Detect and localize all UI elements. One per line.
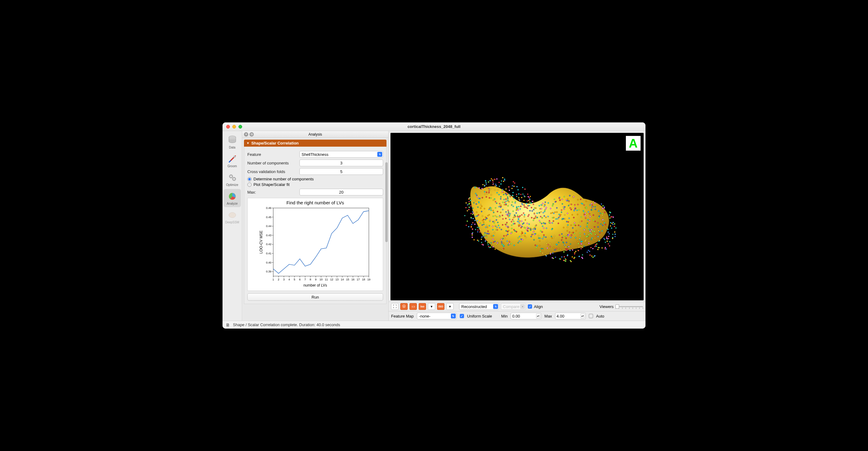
svg-point-858 bbox=[512, 195, 513, 196]
svg-point-125 bbox=[578, 243, 579, 244]
svg-point-924 bbox=[578, 256, 580, 257]
svg-point-557 bbox=[521, 227, 522, 228]
svg-point-409 bbox=[567, 198, 568, 200]
record-icon[interactable]: ⦿ bbox=[400, 303, 408, 310]
uniform-scale-checkbox[interactable]: ✓ bbox=[460, 314, 464, 318]
svg-point-846 bbox=[606, 249, 607, 250]
svg-point-625 bbox=[481, 205, 482, 207]
svg-point-841 bbox=[550, 252, 551, 253]
svg-point-875 bbox=[597, 222, 598, 223]
radio-determine-components[interactable]: Determine number of components bbox=[247, 177, 383, 181]
featuremap-select[interactable]: -none- ⇅ bbox=[417, 313, 457, 319]
svg-text:0.43: 0.43 bbox=[266, 234, 272, 237]
svg-point-176 bbox=[495, 229, 497, 230]
svg-point-277 bbox=[542, 253, 544, 254]
svg-point-247 bbox=[482, 197, 483, 198]
svg-point-593 bbox=[598, 230, 599, 231]
svg-point-910 bbox=[609, 215, 610, 216]
svg-point-889 bbox=[602, 219, 603, 220]
svg-point-542 bbox=[592, 230, 593, 231]
svg-point-368 bbox=[594, 246, 595, 247]
svg-point-378 bbox=[505, 212, 507, 213]
svg-point-322 bbox=[563, 208, 564, 209]
max-input[interactable] bbox=[300, 189, 383, 195]
sidebar-item-optimize[interactable]: Optimize bbox=[224, 170, 241, 188]
sidebar-item-analyze[interactable]: Analyze bbox=[224, 189, 241, 207]
svg-point-938 bbox=[544, 205, 545, 206]
sidebar-item-data[interactable]: Data bbox=[224, 133, 241, 151]
align-checkbox[interactable]: ✓ bbox=[528, 304, 532, 309]
num-components-input[interactable] bbox=[300, 160, 383, 166]
svg-point-922 bbox=[520, 225, 521, 226]
min-input[interactable]: 0.00 ▴▾ bbox=[510, 313, 541, 319]
max-input[interactable]: 4.00 ▴▾ bbox=[555, 313, 586, 319]
svg-point-891 bbox=[569, 195, 570, 196]
radio-plot-fit[interactable]: Plot Shape/Scalar fit bbox=[247, 182, 383, 187]
viewers-slider[interactable] bbox=[615, 304, 643, 309]
svg-point-821 bbox=[527, 230, 528, 231]
svg-point-288 bbox=[614, 231, 615, 232]
status-bar: 🗎 Shape / Scalar Correlation complete. D… bbox=[222, 320, 646, 329]
auto-checkbox[interactable] bbox=[589, 314, 593, 318]
panel-popout-icon[interactable]: ⧉ bbox=[249, 132, 254, 137]
snapshot-icon[interactable]: ▭ bbox=[409, 303, 417, 310]
feature-select[interactable]: ShellThickness ⇅ bbox=[300, 151, 383, 158]
svg-point-355 bbox=[608, 243, 609, 245]
svg-point-433 bbox=[502, 219, 503, 220]
svg-point-254 bbox=[552, 257, 553, 258]
svg-point-697 bbox=[578, 209, 580, 210]
svg-point-227 bbox=[577, 209, 578, 211]
panel-close-icon[interactable]: ✕ bbox=[244, 132, 248, 137]
view-mode-select[interactable]: Reconstructed ⇅ bbox=[459, 303, 499, 310]
cv-folds-input[interactable] bbox=[300, 168, 383, 175]
3d-viewer[interactable]: A bbox=[391, 133, 644, 300]
svg-point-655 bbox=[484, 191, 485, 192]
svg-point-930 bbox=[612, 238, 613, 239]
svg-point-72 bbox=[612, 222, 614, 223]
panel-scrollbar[interactable] bbox=[385, 138, 388, 320]
svg-point-335 bbox=[501, 190, 503, 191]
svg-point-824 bbox=[567, 213, 568, 214]
dropdown-chevron-icon[interactable]: ▾ bbox=[428, 303, 435, 310]
dropdown2-chevron-icon[interactable]: ▾ bbox=[446, 303, 454, 310]
svg-point-604 bbox=[595, 221, 596, 222]
svg-point-936 bbox=[575, 208, 576, 209]
iso2-icon[interactable]: ISO bbox=[437, 303, 444, 310]
svg-point-242 bbox=[615, 233, 616, 235]
sidebar-item-label: Groom bbox=[227, 165, 237, 168]
svg-point-605 bbox=[495, 201, 496, 202]
run-button[interactable]: Run bbox=[247, 293, 383, 301]
svg-point-395 bbox=[527, 205, 529, 206]
sidebar-item-label: Optimize bbox=[226, 183, 238, 187]
svg-point-396 bbox=[600, 223, 601, 225]
svg-point-264 bbox=[493, 210, 494, 211]
svg-point-245 bbox=[593, 201, 594, 202]
compare-select[interactable]: Compare ▾ bbox=[501, 303, 526, 310]
cv-folds-label: Cross validation folds bbox=[247, 169, 300, 174]
svg-point-440 bbox=[554, 212, 556, 213]
sidebar-item-groom[interactable]: Groom bbox=[224, 151, 241, 170]
svg-point-301 bbox=[528, 214, 529, 215]
svg-point-220 bbox=[476, 212, 477, 213]
svg-point-509 bbox=[575, 237, 576, 238]
svg-point-280 bbox=[508, 212, 509, 213]
svg-point-951 bbox=[597, 249, 598, 250]
svg-point-321 bbox=[518, 197, 519, 198]
svg-point-707 bbox=[548, 222, 550, 223]
svg-text:LOO-CV MSE: LOO-CV MSE bbox=[259, 230, 263, 253]
svg-point-768 bbox=[471, 224, 472, 225]
svg-point-473 bbox=[566, 200, 568, 201]
svg-point-769 bbox=[492, 179, 493, 181]
section-header-shape-scalar[interactable]: ▼ Shape/Scalar Correlation bbox=[244, 140, 386, 147]
iso-icon[interactable]: iso bbox=[419, 303, 426, 310]
sidebar-item-deepssm[interactable]: DeepSSM bbox=[224, 208, 241, 226]
svg-point-845 bbox=[527, 200, 528, 202]
svg-point-540 bbox=[591, 203, 592, 204]
svg-point-621 bbox=[518, 193, 520, 195]
svg-point-387 bbox=[578, 250, 579, 251]
fit-view-icon[interactable]: ⛶ bbox=[391, 303, 398, 310]
svg-point-627 bbox=[601, 203, 602, 205]
svg-point-778 bbox=[538, 237, 539, 239]
svg-point-506 bbox=[501, 192, 502, 193]
svg-point-620 bbox=[570, 209, 571, 210]
